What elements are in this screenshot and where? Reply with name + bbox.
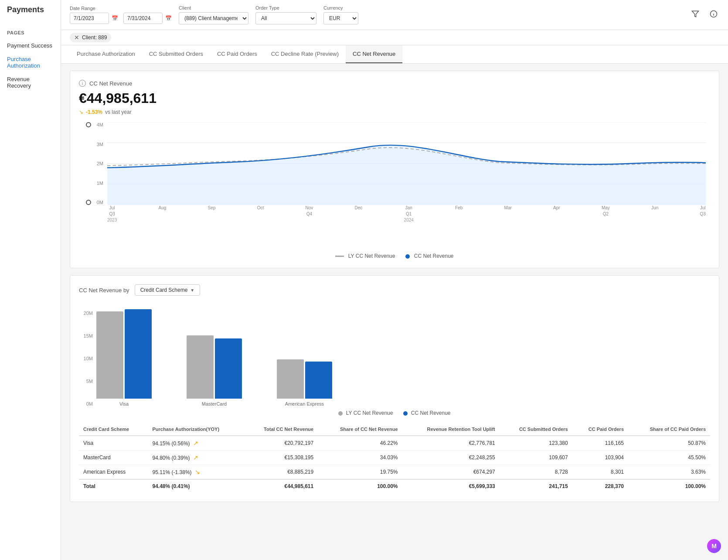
line-chart-container: 4M 3M 2M 1M 0M xyxy=(79,122,710,227)
date-from-input[interactable] xyxy=(70,13,109,24)
x-label-jul-2023: JulQ32023 xyxy=(107,205,117,227)
visa-paid: 116,165 xyxy=(572,436,628,451)
amex-retention: €674,297 xyxy=(402,465,500,480)
sidebar-item-purchase-authorization[interactable]: Purchase Authorization xyxy=(0,52,61,72)
x-label-nov: NovQ4 xyxy=(305,205,313,227)
bar-group-mastercard: MasterCard xyxy=(187,303,242,406)
legend-ly: LY CC Net Revenue xyxy=(335,253,395,259)
col-retention: Revenue Retention Tool Uplift xyxy=(402,423,500,436)
sidebar-item-payment-success[interactable]: Payment Success xyxy=(0,39,61,52)
y-label-2m: 2M xyxy=(97,161,103,166)
left-panel: Payments Pages Payment Success Purchase … xyxy=(0,0,61,560)
x-label-mar: Mar xyxy=(504,205,512,227)
amex-share-paid: 3.63% xyxy=(628,465,710,480)
x-label-oct: Oct xyxy=(257,205,264,227)
mc-arrow-up-icon: ↗ xyxy=(193,454,198,461)
client-chip: ✕ Client: 889 xyxy=(70,33,111,42)
credit-card-scheme-dropdown[interactable]: Credit Card Scheme ▼ xyxy=(135,284,201,296)
range-top-handle[interactable] xyxy=(86,122,91,127)
total-retention: €5,699,333 xyxy=(402,479,500,493)
tab-bar: Purchase Authorization CC Submitted Orde… xyxy=(61,45,728,64)
col-auth: Purchase Authorization(YOY) xyxy=(148,423,244,436)
order-type-select[interactable]: All xyxy=(255,12,316,24)
x-label-feb: Feb xyxy=(455,205,463,227)
visa-auth: 94.15% (0.56%) ↗ xyxy=(148,436,244,451)
change-label: vs last year xyxy=(105,109,132,115)
app-title: Payments xyxy=(0,0,61,20)
metric-info-icon[interactable]: i xyxy=(79,80,86,87)
filter-button[interactable] xyxy=(690,8,701,21)
amex-bars xyxy=(277,303,332,399)
sidebar: Pages Payment Success Purchase Authoriza… xyxy=(0,20,61,99)
x-label-jul-2024: JulQ3 xyxy=(700,205,706,227)
visa-arrow-up-icon: ↗ xyxy=(193,440,198,447)
metric-change: ↘ -1.53% vs last year xyxy=(79,109,710,115)
visa-share-rev: 46.22% xyxy=(318,436,402,451)
x-label-apr: Apr xyxy=(553,205,560,227)
table-row-total: Total 94.48% (0.41%) €44,985,611 100.00%… xyxy=(79,479,710,493)
col-share-revenue: Share of CC Net Revenue xyxy=(318,423,402,436)
range-bottom-handle[interactable] xyxy=(86,200,91,205)
visa-current-bar xyxy=(125,309,152,399)
order-type-label: Order Type xyxy=(255,5,316,10)
col-share-paid: Share of CC Paid Orders xyxy=(628,423,710,436)
mastercard-ly-bar xyxy=(187,335,214,399)
x-label-jan: JanQ12024 xyxy=(404,205,414,227)
total-submitted: 241,715 xyxy=(500,479,572,493)
visa-revenue: €20,792,197 xyxy=(244,436,318,451)
table-row: MasterCard 94.80% (0.39%) ↗ €15,308,195 … xyxy=(79,451,710,465)
mc-submitted: 109,607 xyxy=(500,451,572,465)
mastercard-bars xyxy=(187,303,242,399)
bar-legend-ly: LY CC Net Revenue xyxy=(338,410,393,416)
chip-close-icon[interactable]: ✕ xyxy=(74,34,79,41)
amex-auth: 95.11% (-1.38%) ↘ xyxy=(148,465,244,480)
client-select[interactable]: (889) Client Management xyxy=(179,12,248,24)
amex-current-bar xyxy=(305,362,332,399)
date-range-group: Date Range 📅 📅 xyxy=(70,6,172,24)
mc-scheme: MasterCard xyxy=(79,451,148,465)
amex-share-rev: 19.75% xyxy=(318,465,402,480)
bar-group-visa: Visa xyxy=(96,303,152,406)
visa-label: Visa xyxy=(119,401,129,406)
info-button[interactable] xyxy=(708,8,719,21)
sidebar-section-label: Pages xyxy=(0,27,61,39)
line-chart-legend: LY CC Net Revenue CC Net Revenue xyxy=(79,253,710,259)
x-label-may: MayQ2 xyxy=(602,205,610,227)
trend-icon: ↘ xyxy=(79,109,83,115)
visa-submitted: 123,380 xyxy=(500,436,572,451)
total-share-paid: 100.00% xyxy=(628,479,710,493)
sidebar-item-revenue-recovery[interactable]: Revenue Recovery xyxy=(0,72,61,92)
client-group: Client (889) Client Management xyxy=(179,5,248,24)
metric-title: CC Net Revenue xyxy=(89,80,132,87)
bar-y-20m: 20M xyxy=(84,311,93,316)
y-label-3m: 3M xyxy=(97,142,103,147)
main-content: Date Range 📅 📅 Client (889) Client Manag… xyxy=(61,0,728,560)
bar-group-amex: American Express xyxy=(277,303,332,406)
tab-purchase-authorization[interactable]: Purchase Authorization xyxy=(70,45,142,63)
currency-group: Currency EUR xyxy=(323,5,358,24)
table-row: American Express 95.11% (-1.38%) ↘ €8,88… xyxy=(79,465,710,480)
visa-ly-bar xyxy=(96,311,123,399)
x-label-dec: Dec xyxy=(355,205,363,227)
x-label-aug: Aug xyxy=(159,205,167,227)
legend-current: CC Net Revenue xyxy=(405,253,453,259)
chip-label: Client: 889 xyxy=(82,34,107,41)
mc-retention: €2,248,255 xyxy=(402,451,500,465)
bar-y-15m: 15M xyxy=(84,333,93,338)
tab-cc-decline-rate[interactable]: CC Decline Rate (Preview) xyxy=(264,45,346,63)
amex-label: American Express xyxy=(285,401,324,406)
bar-y-0m: 0M xyxy=(86,401,93,406)
logo-avatar[interactable]: M xyxy=(707,539,721,553)
amex-scheme: American Express xyxy=(79,465,148,480)
tab-cc-net-revenue[interactable]: CC Net Revenue xyxy=(346,45,402,63)
col-submitted: CC Submitted Orders xyxy=(500,423,572,436)
mc-share-rev: 34.03% xyxy=(318,451,402,465)
tab-cc-submitted-orders[interactable]: CC Submitted Orders xyxy=(142,45,210,63)
order-type-group: Order Type All xyxy=(255,5,316,24)
date-to-input[interactable] xyxy=(123,13,163,24)
currency-select[interactable]: EUR xyxy=(323,12,358,24)
tab-cc-paid-orders[interactable]: CC Paid Orders xyxy=(210,45,264,63)
filter-bar: Date Range 📅 📅 Client (889) Client Manag… xyxy=(61,0,728,30)
table-row: Visa 94.15% (0.56%) ↗ €20,792,197 46.22%… xyxy=(79,436,710,451)
change-pct: -1.53% xyxy=(86,109,102,115)
